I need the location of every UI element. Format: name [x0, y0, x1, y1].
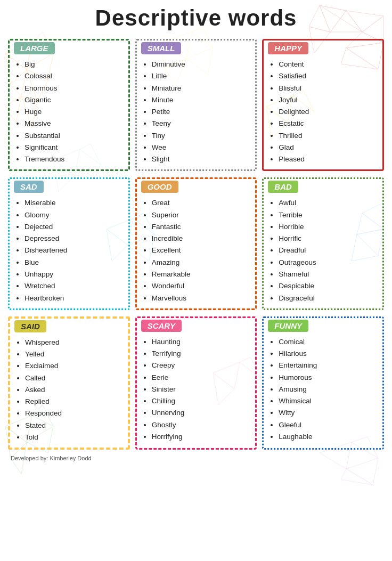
list-item: Heartbroken: [24, 292, 124, 304]
list-item: Marvellous: [152, 292, 251, 304]
list-item: Delighted: [279, 106, 378, 118]
list-item: Gleeful: [279, 419, 378, 431]
list-item: Witty: [279, 407, 378, 419]
list-item: Unnerving: [152, 407, 251, 419]
list-item: Superior: [152, 209, 251, 221]
list-item: Thrilled: [279, 130, 378, 142]
list-item: Awful: [279, 197, 378, 209]
word-list-funny: ComicalHilariousEntertainingHumorousAmus…: [268, 336, 378, 443]
word-box-small: SMALLDiminutiveLittleMiniatureMinutePeti…: [135, 39, 257, 171]
list-item: Content: [279, 59, 378, 70]
box-label-good: GOOD: [141, 181, 178, 193]
box-label-bad: BAD: [268, 181, 298, 193]
list-item: Minute: [152, 94, 251, 106]
list-item: Diminutive: [152, 59, 251, 70]
list-item: Horrible: [279, 221, 378, 233]
word-box-scary: SCARYHauntingTerrifyingCreepyEerieSinist…: [135, 316, 257, 450]
list-item: Stated: [25, 420, 124, 432]
word-box-sad: SADMiserableGloomyDejectedDepressedDishe…: [8, 177, 130, 310]
list-item: Significant: [24, 142, 124, 153]
list-item: Disheartened: [24, 245, 124, 256]
list-item: Exclaimed: [25, 360, 124, 372]
list-item: Colossal: [24, 70, 124, 82]
list-item: Huge: [24, 106, 124, 118]
list-item: Joyful: [279, 94, 378, 106]
list-item: Gloomy: [24, 209, 124, 221]
list-item: Ghostly: [152, 419, 251, 431]
word-box-happy: HAPPYContentSatisfiedBlissfulJoyfulDelig…: [262, 39, 384, 171]
list-item: Unhappy: [24, 269, 124, 280]
list-item: Whispered: [25, 337, 124, 348]
box-label-sad: SAD: [14, 181, 44, 193]
list-item: Amazing: [152, 257, 251, 269]
list-item: Miserable: [24, 197, 124, 209]
list-item: Incredible: [152, 233, 251, 245]
list-item: Sinister: [152, 384, 251, 395]
list-item: Despicable: [279, 280, 378, 292]
box-label-funny: FUNNY: [268, 320, 308, 332]
word-box-large: LARGEBigColossalEnormousGiganticHugeMass…: [8, 39, 130, 171]
list-item: Comical: [279, 336, 378, 348]
word-list-large: BigColossalEnormousGiganticHugeMassiveSu…: [14, 59, 124, 165]
list-item: Enormous: [24, 83, 124, 94]
word-list-happy: ContentSatisfiedBlissfulJoyfulDelightedE…: [268, 59, 378, 165]
list-item: Blue: [24, 257, 124, 269]
list-item: Blissful: [279, 83, 378, 94]
list-item: Responded: [25, 408, 124, 419]
list-item: Disgraceful: [279, 292, 378, 304]
word-list-said: WhisperedYelledExclaimedCalledAskedRepli…: [14, 337, 124, 443]
list-item: Called: [25, 372, 124, 384]
list-item: Pleased: [279, 153, 378, 165]
list-item: Substantial: [24, 130, 124, 142]
box-label-scary: SCARY: [141, 320, 182, 332]
list-item: Excellent: [152, 245, 251, 256]
list-item: Ecstatic: [279, 118, 378, 129]
list-item: Chilling: [152, 395, 251, 407]
list-item: Terrifying: [152, 348, 251, 360]
list-item: Gigantic: [24, 94, 124, 106]
list-item: Hilarious: [279, 348, 378, 360]
list-item: Yelled: [25, 348, 124, 360]
list-item: Teeny: [152, 118, 251, 129]
list-item: Outrageous: [279, 257, 378, 269]
box-label-happy: HAPPY: [268, 42, 308, 54]
list-item: Depressed: [24, 233, 124, 245]
word-list-sad: MiserableGloomyDejectedDepressedDisheart…: [14, 197, 124, 304]
main-content: Descriptive words LARGEBigColossalEnormo…: [0, 0, 392, 472]
page-title: Descriptive words: [8, 5, 384, 31]
box-label-said: SAID: [14, 320, 46, 332]
list-item: Humorous: [279, 372, 378, 384]
list-item: Entertaining: [279, 360, 378, 371]
footer-credit: Developed by: Kimberley Dodd: [8, 455, 384, 461]
list-item: Satisfied: [279, 70, 378, 82]
list-item: Whimsical: [279, 395, 378, 407]
list-item: Wonderful: [152, 280, 251, 292]
list-item: Asked: [25, 384, 124, 396]
box-label-small: SMALL: [141, 42, 182, 54]
list-item: Glad: [279, 142, 378, 153]
list-item: Shameful: [279, 269, 378, 280]
box-label-large: LARGE: [14, 42, 55, 54]
list-item: Wretched: [24, 280, 124, 292]
list-item: Petite: [152, 106, 251, 118]
list-item: Creepy: [152, 360, 251, 371]
list-item: Horrifying: [152, 431, 251, 443]
list-item: Laughable: [279, 431, 378, 443]
list-item: Dejected: [24, 221, 124, 233]
list-item: Tremendous: [24, 153, 124, 165]
list-item: Replied: [25, 396, 124, 408]
list-item: Miniature: [152, 83, 251, 94]
list-item: Fantastic: [152, 221, 251, 233]
list-item: Big: [24, 59, 124, 70]
word-list-small: DiminutiveLittleMiniatureMinutePetiteTee…: [141, 59, 251, 165]
list-item: Told: [25, 432, 124, 443]
list-item: Slight: [152, 153, 251, 165]
list-item: Wee: [152, 142, 251, 153]
list-item: Terrible: [279, 209, 378, 221]
list-item: Eerie: [152, 372, 251, 384]
word-box-said: SAIDWhisperedYelledExclaimedCalledAskedR…: [8, 316, 130, 450]
word-grid: LARGEBigColossalEnormousGiganticHugeMass…: [8, 39, 384, 450]
list-item: Horrific: [279, 233, 378, 245]
word-list-bad: AwfulTerribleHorribleHorrificDreadfulOut…: [268, 197, 378, 304]
list-item: Little: [152, 70, 251, 82]
